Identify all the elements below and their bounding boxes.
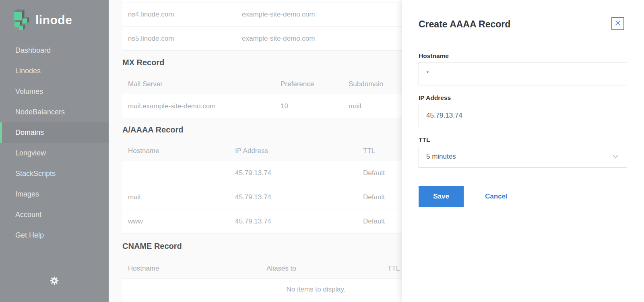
cell-ip-address: 45.79.13.74 [229,169,357,177]
sidebar-item-label: Images [15,190,39,199]
sidebar-item-label: Account [15,211,41,219]
sidebar-item-stackscripts[interactable]: StackScripts [0,163,109,184]
cancel-button[interactable]: Cancel [483,192,510,201]
chevron-down-icon [613,153,619,160]
sidebar-item-domains[interactable]: Domains [0,122,109,143]
hostname-label: Hostname [419,52,627,60]
settings-button[interactable] [49,276,60,287]
column-header-hostname: Hostname [122,147,229,155]
gear-icon [50,276,59,287]
sidebar-item-dashboard[interactable]: Dashboard [0,40,109,61]
close-drawer-button[interactable] [611,17,624,30]
cell-ip-address: 45.79.13.74 [229,217,357,225]
sidebar: linode Dashboard Linodes Volumes NodeBal… [0,0,109,302]
cell-ip-address: 45.79.13.74 [229,193,357,201]
brand-name: linode [35,13,72,27]
sidebar-item-account[interactable]: Account [0,205,109,225]
sidebar-item-longview[interactable]: Longview [0,143,109,163]
sidebar-item-label: Domains [15,128,44,137]
drawer-title: Create AAAA Record [419,18,627,31]
close-icon [615,20,621,28]
column-header-ip-address: IP Address [229,147,357,155]
sidebar-item-nodebalancers[interactable]: NodeBalancers [0,102,109,122]
cell-name-server: ns5.linode.com [122,35,236,43]
sidebar-nav: Dashboard Linodes Volumes NodeBalancers … [0,40,109,246]
cell-hostname: mail [122,193,229,201]
ip-address-label: IP Address [419,94,627,101]
column-header-preference: Preference [275,80,343,88]
cell-name-server: ns4.linode.com [122,10,236,19]
column-header-aliases-to: Aliases to [261,265,382,273]
sidebar-item-volumes[interactable]: Volumes [0,81,109,102]
sidebar-item-images[interactable]: Images [0,184,109,205]
sidebar-item-get-help[interactable]: Get Help [0,225,109,246]
sidebar-item-label: Longview [15,149,46,157]
sidebar-item-label: NodeBalancers [15,108,65,116]
save-button[interactable]: Save [419,186,464,207]
cell-preference: 10 [275,102,343,110]
sidebar-item-linodes[interactable]: Linodes [0,61,109,81]
ttl-selected-value: 5 minutes [426,153,456,161]
linode-logo-icon [12,6,33,31]
sidebar-item-label: Get Help [15,231,44,240]
ttl-select[interactable]: 5 minutes [419,146,627,168]
hostname-input[interactable] [419,62,627,85]
sidebar-item-label: Dashboard [15,46,51,55]
sidebar-item-label: Linodes [15,67,41,75]
create-aaaa-record-drawer: Create AAAA Record Hostname IP Address T… [402,0,644,302]
ttl-label: TTL [419,136,627,143]
sidebar-item-label: Volumes [15,87,43,96]
cell-hostname: www [122,217,229,225]
sidebar-item-label: StackScripts [15,170,56,178]
ip-address-input[interactable] [419,104,627,127]
column-header-hostname: Hostname [122,265,261,273]
empty-state-text: No items to display. [286,285,345,302]
cell-mail-server: mail.example-site-demo.com [122,102,275,110]
logo[interactable]: linode [0,0,109,29]
column-header-mail-server: Mail Server [122,80,275,88]
